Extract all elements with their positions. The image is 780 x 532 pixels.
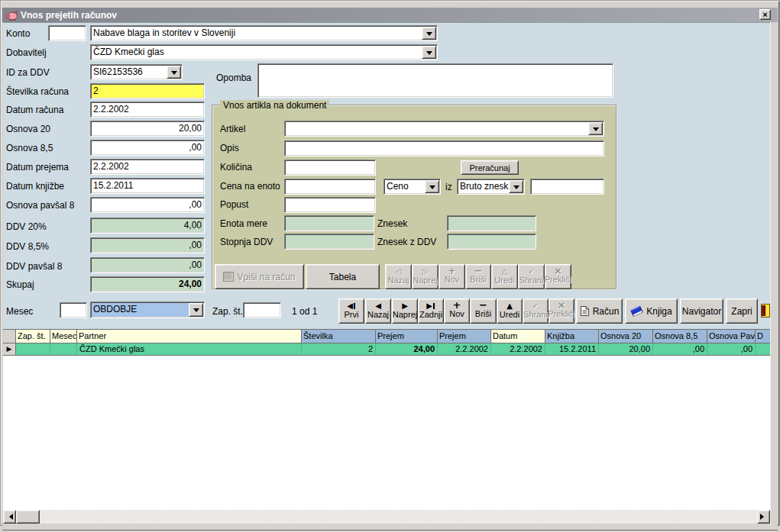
nav-last-button[interactable]: ▶ Zadnji: [418, 298, 444, 324]
artikel-nav-edit-button[interactable]: △ Uredi: [491, 264, 518, 289]
id-ddv-value: SI62153536: [93, 66, 143, 77]
artikel-nav-new-button[interactable]: + Nov: [439, 264, 465, 289]
col-header-prejem-znesek[interactable]: Prejem: [376, 329, 438, 343]
grid-body[interactable]: [3, 356, 770, 510]
col-header-osnova20[interactable]: Osnova 20: [599, 329, 653, 343]
cell-partner[interactable]: ČZD Kmečki glas: [77, 343, 302, 356]
col-header-osnova85[interactable]: Osnova 8,5: [653, 329, 707, 343]
osnova85-input[interactable]: ,00: [90, 140, 205, 156]
artikel-nav-prev-button[interactable]: ◁ Nazaj: [385, 264, 412, 289]
exit-door-icon[interactable]: [761, 304, 770, 318]
scroll-right-button[interactable]: [757, 510, 770, 524]
col-header-d[interactable]: D: [756, 329, 770, 343]
col-header-stevilka[interactable]: Številka: [302, 329, 376, 343]
chevron-down-icon[interactable]: [509, 180, 523, 193]
col-header-knjizba[interactable]: Knjižba: [545, 329, 599, 343]
artikel-nav-delete-button[interactable]: − Briši: [465, 264, 491, 289]
znesek-z-ddv-label: Znesek z DDV: [377, 237, 436, 247]
delete-icon: −: [479, 301, 487, 309]
tabela-button[interactable]: Tabela: [306, 264, 380, 289]
vpisi-na-racun-button[interactable]: Vpiši na račun: [215, 264, 304, 289]
scroll-left-icon: [6, 514, 13, 520]
osnova20-input[interactable]: 20,00: [90, 121, 205, 137]
col-header-partner[interactable]: Partner: [77, 329, 302, 343]
window-bottom-edge: [2, 524, 778, 530]
kolicina-input[interactable]: [284, 160, 376, 176]
horizontal-scrollbar[interactable]: [3, 510, 770, 524]
datum-knjizbe-input[interactable]: 15.2.2011: [90, 178, 205, 194]
col-header-mesec[interactable]: Mesec: [50, 329, 77, 343]
col-header-osnova-pavsal[interactable]: Osnova Pavšal: [707, 329, 756, 343]
nav-first-button[interactable]: ◀ Prvi: [338, 298, 364, 324]
osnova-pavsal-input[interactable]: ,00: [90, 197, 205, 213]
chevron-down-icon[interactable]: [189, 303, 203, 317]
nav-cancel-button[interactable]: × Prekliči: [549, 298, 574, 324]
nav-delete-button[interactable]: − Briši: [470, 298, 497, 324]
cell-datum[interactable]: 2.2.2002: [491, 343, 545, 356]
nav-new-button[interactable]: + Nov: [444, 298, 470, 324]
nav-next-button[interactable]: ▶ Naprej: [392, 298, 418, 324]
nav-edit-button[interactable]: ▲ Uredi: [497, 298, 523, 324]
artikel-nav-next-button[interactable]: ▷ Naprej: [412, 264, 439, 289]
konto-input[interactable]: [48, 25, 86, 41]
col-header-prejem-datum[interactable]: Prejem: [438, 329, 491, 343]
cell-zapst[interactable]: [16, 343, 50, 356]
bruto-zneska-combobox[interactable]: Bruto zneska: [457, 179, 525, 195]
cell-osnova20[interactable]: 20,00: [599, 343, 653, 356]
racun-button[interactable]: Račun: [576, 298, 623, 324]
preracunaj-button[interactable]: Preračunaj: [461, 160, 519, 175]
stevilka-racuna-input[interactable]: 2: [90, 83, 205, 99]
chevron-down-icon[interactable]: [422, 46, 436, 59]
row-selector[interactable]: ▶: [3, 343, 16, 356]
title-bar[interactable]: Vnos prejetih računov: [2, 8, 778, 22]
dobavitelj-combobox[interactable]: ČZD Kmečki glas: [90, 44, 438, 60]
cell-stevilka[interactable]: 2: [302, 343, 376, 356]
datum-prejema-input[interactable]: 2.2.2002: [90, 159, 205, 175]
opis-input[interactable]: [284, 140, 604, 156]
cell-osnova-pavsal[interactable]: ,00: [707, 343, 756, 356]
mesec-input[interactable]: [60, 302, 87, 318]
zapst-input[interactable]: [243, 302, 281, 318]
konto-label: Konto: [6, 28, 30, 39]
id-ddv-combobox[interactable]: SI62153536: [90, 64, 183, 80]
delete-outline-icon: −: [474, 267, 483, 275]
enota-mere-readonly: [284, 215, 374, 231]
zapri-button[interactable]: Zapri: [726, 298, 758, 324]
cell-prejem-datum[interactable]: 2.2.2002: [438, 343, 491, 356]
artikel-nav-cancel-button[interactable]: × Prekliči: [545, 264, 571, 289]
chevron-down-icon[interactable]: [422, 27, 436, 40]
nav-prev-button[interactable]: ◀ Nazaj: [365, 298, 391, 324]
chevron-down-icon[interactable]: [425, 180, 439, 193]
knjiga-button[interactable]: Knjiga: [625, 298, 678, 324]
cena-input[interactable]: [284, 179, 376, 195]
znesek-z-ddv-readonly: [447, 234, 536, 250]
cell-mesec[interactable]: [50, 343, 77, 356]
dobavitelj-value: ČZD Kmečki glas: [93, 47, 164, 57]
navigator-button[interactable]: Navigator: [680, 298, 723, 324]
col-header-zapst[interactable]: Zap. št.: [16, 329, 50, 343]
stopnja-ddv-readonly: [284, 234, 374, 250]
ceno-combobox[interactable]: Ceno: [384, 179, 441, 195]
konto-type-value: Nabave blaga in storitev v Sloveniji: [93, 27, 235, 38]
konto-type-combobox[interactable]: Nabave blaga in storitev v Sloveniji: [90, 25, 438, 41]
artikel-nav-save-button[interactable]: ✓ Shrani: [518, 264, 545, 289]
cell-prejem-znesek[interactable]: 24,00: [376, 343, 438, 356]
datum-racuna-input[interactable]: 2.2.2002: [90, 102, 205, 118]
close-button[interactable]: ×: [759, 9, 771, 20]
col-header-datum[interactable]: Datum: [491, 329, 545, 343]
artikel-combobox[interactable]: [284, 121, 604, 137]
chevron-down-icon[interactable]: [588, 122, 603, 135]
bruto-znesek-input[interactable]: [530, 179, 604, 195]
nav-save-button[interactable]: ✓ Shrani: [523, 298, 549, 324]
cell-d[interactable]: [756, 343, 770, 356]
scrollbar-thumb[interactable]: [16, 510, 40, 524]
opomba-textarea[interactable]: [257, 63, 613, 98]
cell-osnova85[interactable]: ,00: [653, 343, 707, 356]
cell-knjizba[interactable]: 15.2.2011: [545, 343, 599, 356]
first-icon: ◀: [347, 301, 356, 310]
artikel-groupbox-title: Vnos artikla na dokument: [220, 100, 329, 111]
obdobje-combobox[interactable]: OBDOBJE: [90, 301, 205, 318]
chevron-down-icon[interactable]: [167, 66, 181, 79]
popust-input[interactable]: [284, 197, 376, 213]
scroll-left-button[interactable]: [3, 510, 16, 524]
